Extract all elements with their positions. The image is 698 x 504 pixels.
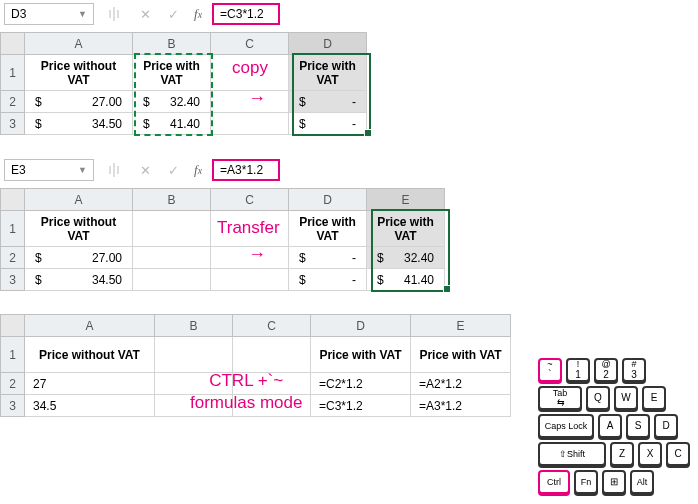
cell[interactable]: $41.40 xyxy=(133,113,211,135)
col-header[interactable]: B xyxy=(133,33,211,55)
enter-icon[interactable]: ✓ xyxy=(162,159,184,181)
key-tab: Tab⇆ xyxy=(538,386,582,410)
spreadsheet-grid[interactable]: A B C D E 1 Price without VAT Price with… xyxy=(0,188,445,291)
name-box[interactable]: D3 ▼ xyxy=(4,3,94,25)
row-header[interactable]: 3 xyxy=(1,395,25,417)
cell[interactable]: 34.5 xyxy=(25,395,155,417)
name-box[interactable]: E3 ▼ xyxy=(4,159,94,181)
col-header[interactable]: B xyxy=(133,189,211,211)
key-1: !1 xyxy=(566,358,590,382)
cell[interactable] xyxy=(133,247,211,269)
key-w: W xyxy=(614,386,638,410)
col-header[interactable]: C xyxy=(211,33,289,55)
cell[interactable] xyxy=(211,113,289,135)
formula-text: =A3*1.2 xyxy=(220,163,263,177)
row-header[interactable]: 3 xyxy=(1,269,25,291)
key-tilde: ~` xyxy=(538,358,562,382)
cell[interactable]: Price with VAT xyxy=(367,211,445,247)
fx-icon[interactable]: fx xyxy=(190,6,206,22)
key-capslock: Caps Lock xyxy=(538,414,594,438)
cell[interactable] xyxy=(233,337,311,373)
cell[interactable]: Price without VAT xyxy=(25,55,133,91)
cell[interactable]: $- xyxy=(289,91,367,113)
key-a: A xyxy=(598,414,622,438)
row-header[interactable]: 1 xyxy=(1,55,25,91)
cell[interactable]: Price with VAT xyxy=(289,211,367,247)
cell[interactable] xyxy=(211,91,289,113)
select-all-corner[interactable] xyxy=(1,33,25,55)
cell[interactable]: $- xyxy=(289,247,367,269)
col-header[interactable]: A xyxy=(25,33,133,55)
cell[interactable]: 27 xyxy=(25,373,155,395)
key-2: @2 xyxy=(594,358,618,382)
cell[interactable]: $41.40 xyxy=(367,269,445,291)
cell[interactable]: $32.40 xyxy=(133,91,211,113)
cell[interactable]: Price with VAT xyxy=(289,55,367,91)
key-d: D xyxy=(654,414,678,438)
key-x: X xyxy=(638,442,662,466)
col-header[interactable]: C xyxy=(233,315,311,337)
cell[interactable]: $32.40 xyxy=(367,247,445,269)
cell[interactable] xyxy=(155,395,233,417)
col-header[interactable]: D xyxy=(311,315,411,337)
enter-icon[interactable]: ✓ xyxy=(162,3,184,25)
col-header[interactable]: A xyxy=(25,315,155,337)
cell[interactable]: $34.50 xyxy=(25,269,133,291)
chevron-down-icon[interactable]: ▼ xyxy=(78,165,87,175)
row-header[interactable]: 3 xyxy=(1,113,25,135)
col-header[interactable]: C xyxy=(211,189,289,211)
cell[interactable]: =C2*1.2 xyxy=(311,373,411,395)
key-e: E xyxy=(642,386,666,410)
row-header[interactable]: 1 xyxy=(1,211,25,247)
row-header[interactable]: 2 xyxy=(1,247,25,269)
cell[interactable]: $- xyxy=(289,113,367,135)
col-header[interactable]: E xyxy=(367,189,445,211)
cell[interactable] xyxy=(155,337,233,373)
cell[interactable] xyxy=(211,269,289,291)
cell[interactable] xyxy=(211,55,289,91)
col-header[interactable]: B xyxy=(155,315,233,337)
cell[interactable]: =A3*1.2 xyxy=(411,395,511,417)
chevron-down-icon[interactable]: ▼ xyxy=(78,9,87,19)
cell[interactable] xyxy=(233,373,311,395)
formula-text: =C3*1.2 xyxy=(220,7,264,21)
cell[interactable] xyxy=(211,211,289,247)
col-header[interactable]: D xyxy=(289,189,367,211)
cancel-icon[interactable]: ✕ xyxy=(134,3,156,25)
spreadsheet-grid[interactable]: A B C D 1 Price without VAT Price with V… xyxy=(0,32,367,135)
col-header[interactable]: A xyxy=(25,189,133,211)
key-c: C xyxy=(666,442,690,466)
row-header[interactable]: 2 xyxy=(1,91,25,113)
row-header[interactable]: 2 xyxy=(1,373,25,395)
divider-icon xyxy=(100,7,128,21)
cell[interactable]: $27.00 xyxy=(25,91,133,113)
select-all-corner[interactable] xyxy=(1,189,25,211)
cell[interactable]: Price with VAT xyxy=(311,337,411,373)
formula-bar[interactable]: =C3*1.2 xyxy=(212,3,280,25)
name-box-value: D3 xyxy=(11,7,26,21)
cell[interactable]: Price without VAT xyxy=(25,211,133,247)
formula-bar[interactable]: =A3*1.2 xyxy=(212,159,280,181)
name-box-value: E3 xyxy=(11,163,26,177)
col-header[interactable]: E xyxy=(411,315,511,337)
cell[interactable]: $34.50 xyxy=(25,113,133,135)
row-header[interactable]: 1 xyxy=(1,337,25,373)
cell[interactable] xyxy=(133,269,211,291)
cell[interactable] xyxy=(233,395,311,417)
cell[interactable]: $- xyxy=(289,269,367,291)
cell[interactable] xyxy=(211,247,289,269)
cell[interactable]: $27.00 xyxy=(25,247,133,269)
cell[interactable]: =A2*1.2 xyxy=(411,373,511,395)
spreadsheet-grid[interactable]: A B C D E 1 Price without VAT Price with… xyxy=(0,314,511,417)
divider-icon xyxy=(100,163,128,177)
cell[interactable] xyxy=(155,373,233,395)
cell[interactable] xyxy=(133,211,211,247)
cell[interactable]: Price without VAT xyxy=(25,337,155,373)
cell[interactable]: Price with VAT xyxy=(411,337,511,373)
col-header[interactable]: D xyxy=(289,33,367,55)
cell[interactable]: Price with VAT xyxy=(133,55,211,91)
select-all-corner[interactable] xyxy=(1,315,25,337)
cell[interactable]: =C3*1.2 xyxy=(311,395,411,417)
fx-icon[interactable]: fx xyxy=(190,162,206,178)
cancel-icon[interactable]: ✕ xyxy=(134,159,156,181)
